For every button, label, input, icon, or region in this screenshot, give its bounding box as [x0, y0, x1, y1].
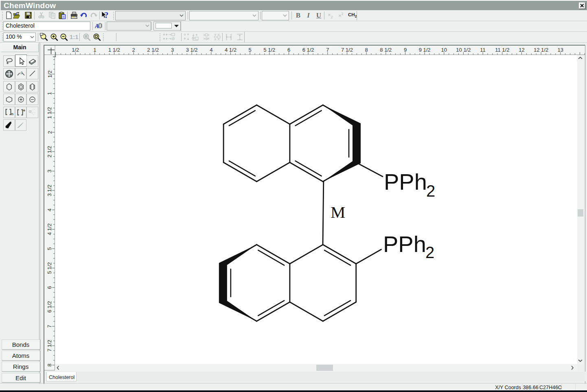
svg-text:PPh: PPh: [383, 231, 426, 257]
svg-text:PPh: PPh: [384, 169, 427, 195]
svg-text:M: M: [331, 203, 345, 221]
svg-text:2: 2: [425, 243, 434, 261]
svg-text:2: 2: [426, 182, 435, 200]
